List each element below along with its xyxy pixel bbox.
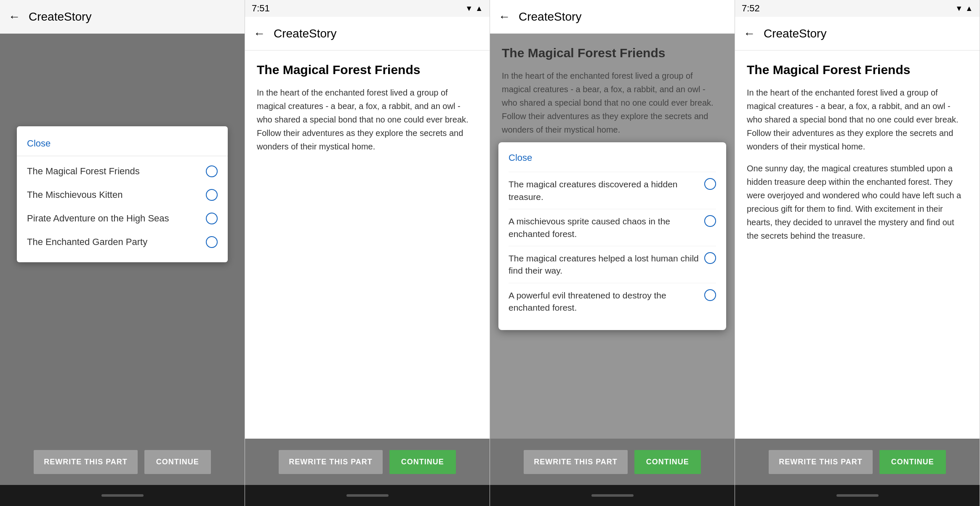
story-paragraph1-2: In the heart of the enchanted forest liv… — [257, 86, 478, 153]
dropdown-divider — [17, 156, 228, 156]
screen1-bg: Close The Magical Forest Friends The Mis… — [0, 34, 245, 439]
radio-2[interactable] — [206, 213, 218, 224]
choice-text-2: The magical creatures helped a lost huma… — [509, 252, 699, 277]
app-bar-title-3: CreateStory — [519, 10, 581, 24]
screen-2: 7:51 ▼ ▲ ← CreateStory The Magical Fores… — [245, 0, 490, 506]
continue-button-4[interactable]: CONTINUE — [879, 450, 946, 474]
content-area-4: The Magical Forest Friends In the heart … — [735, 51, 980, 439]
choice-modal-overlay: Close The magical creatures discovered a… — [490, 34, 735, 439]
home-bar-4 — [735, 485, 980, 506]
dropdown-item-label-2: Pirate Adventure on the High Seas — [27, 213, 169, 224]
app-bar-title-4: CreateStory — [764, 27, 826, 40]
home-indicator-2 — [346, 494, 389, 497]
rewrite-button-2[interactable]: REWRITE THIS PART — [279, 450, 383, 474]
story-title-4: The Magical Forest Friends — [747, 62, 968, 77]
signal-icon-2: ▲ — [475, 4, 483, 13]
screen-3: ← CreateStory The Magical Forest Friends… — [490, 0, 735, 506]
bottom-bar-1: REWRITE THIS PART CONTINUE — [0, 439, 245, 485]
home-bar-3 — [490, 485, 735, 506]
status-bar-2: 7:51 ▼ ▲ — [245, 0, 490, 17]
dropdown-close-btn[interactable]: Close — [17, 135, 228, 156]
home-bar-1 — [0, 485, 245, 506]
wifi-icon-2: ▼ — [465, 4, 473, 13]
story-paragraph2-4: One sunny day, the magical creatures stu… — [747, 162, 968, 242]
app-bar-3: ← CreateStory — [490, 0, 735, 34]
app-bar-title-1: CreateStory — [29, 10, 91, 24]
choice-radio-1[interactable] — [704, 215, 716, 227]
choice-item-2[interactable]: The magical creatures helped a lost huma… — [509, 246, 716, 283]
bottom-bar-2: REWRITE THIS PART CONTINUE — [245, 439, 490, 485]
dropdown-item-label-1: The Mischievous Kitten — [27, 189, 122, 200]
screen-1: ← CreateStory Close The Magical Forest F… — [0, 0, 245, 506]
choice-item-3[interactable]: A powerful evil threatened to destroy th… — [509, 283, 716, 320]
status-time-2: 7:51 — [252, 3, 270, 14]
app-bar-title-2: CreateStory — [274, 27, 336, 40]
story-selector-dropdown: Close The Magical Forest Friends The Mis… — [17, 126, 228, 262]
story-paragraph1-4: In the heart of the enchanted forest liv… — [747, 86, 968, 153]
back-arrow-2[interactable]: ← — [253, 27, 265, 40]
dropdown-item-label-3: The Enchanted Garden Party — [27, 237, 147, 248]
status-icons-4: ▼ ▲ — [955, 4, 973, 13]
choice-radio-2[interactable] — [704, 252, 716, 264]
choice-text-0: The magical creatures discovered a hidde… — [509, 178, 699, 203]
status-icons-2: ▼ ▲ — [465, 4, 483, 13]
choice-text-3: A powerful evil threatened to destroy th… — [509, 289, 699, 314]
rewrite-button-4[interactable]: REWRITE THIS PART — [769, 450, 873, 474]
continue-button-1[interactable]: CONTINUE — [144, 450, 211, 474]
choice-radio-3[interactable] — [704, 289, 716, 301]
home-bar-2 — [245, 485, 490, 506]
story-title-2: The Magical Forest Friends — [257, 62, 478, 77]
choice-radio-0[interactable] — [704, 178, 716, 190]
radio-3[interactable] — [206, 236, 218, 248]
content-area-1: Close The Magical Forest Friends The Mis… — [0, 34, 245, 439]
dropdown-item-0[interactable]: The Magical Forest Friends — [17, 160, 228, 183]
choice-close-btn[interactable]: Close — [509, 152, 716, 163]
screen-4: 7:52 ▼ ▲ ← CreateStory The Magical Fores… — [735, 0, 980, 506]
bottom-bar-3: REWRITE THIS PART CONTINUE — [490, 439, 735, 485]
status-bar-4: 7:52 ▼ ▲ — [735, 0, 980, 17]
home-indicator-1 — [101, 494, 144, 497]
continue-button-3[interactable]: CONTINUE — [634, 450, 701, 474]
content-area-3: The Magical Forest Friends In the heart … — [490, 34, 735, 439]
choice-modal: Close The magical creatures discovered a… — [498, 142, 726, 330]
radio-0[interactable] — [206, 165, 218, 177]
content-area-2: The Magical Forest Friends In the heart … — [245, 51, 490, 439]
story-card-4: The Magical Forest Friends In the heart … — [735, 51, 980, 439]
dropdown-item-3[interactable]: The Enchanted Garden Party — [17, 230, 228, 254]
bottom-bar-4: REWRITE THIS PART CONTINUE — [735, 439, 980, 485]
app-bar-2: ← CreateStory — [245, 17, 490, 51]
app-bar-4: ← CreateStory — [735, 17, 980, 51]
signal-icon-4: ▲ — [965, 4, 973, 13]
back-arrow-4[interactable]: ← — [743, 27, 755, 40]
dropdown-item-2[interactable]: Pirate Adventure on the High Seas — [17, 207, 228, 230]
wifi-icon-4: ▼ — [955, 4, 963, 13]
choice-item-0[interactable]: The magical creatures discovered a hidde… — [509, 172, 716, 209]
app-bar-1: ← CreateStory — [0, 0, 245, 34]
rewrite-button-3[interactable]: REWRITE THIS PART — [524, 450, 628, 474]
rewrite-button-1[interactable]: REWRITE THIS PART — [34, 450, 138, 474]
choice-item-1[interactable]: A mischievous sprite caused chaos in the… — [509, 209, 716, 246]
home-indicator-4 — [836, 494, 879, 497]
radio-1[interactable] — [206, 189, 218, 201]
choice-text-1: A mischievous sprite caused chaos in the… — [509, 215, 699, 240]
dropdown-item-label-0: The Magical Forest Friends — [27, 166, 140, 177]
story-card-2: The Magical Forest Friends In the heart … — [245, 51, 490, 439]
back-arrow-1[interactable]: ← — [8, 10, 20, 24]
home-indicator-3 — [591, 494, 634, 497]
status-time-4: 7:52 — [742, 3, 760, 14]
back-arrow-3[interactable]: ← — [498, 10, 510, 24]
continue-button-2[interactable]: CONTINUE — [389, 450, 456, 474]
dropdown-item-1[interactable]: The Mischievous Kitten — [17, 183, 228, 207]
